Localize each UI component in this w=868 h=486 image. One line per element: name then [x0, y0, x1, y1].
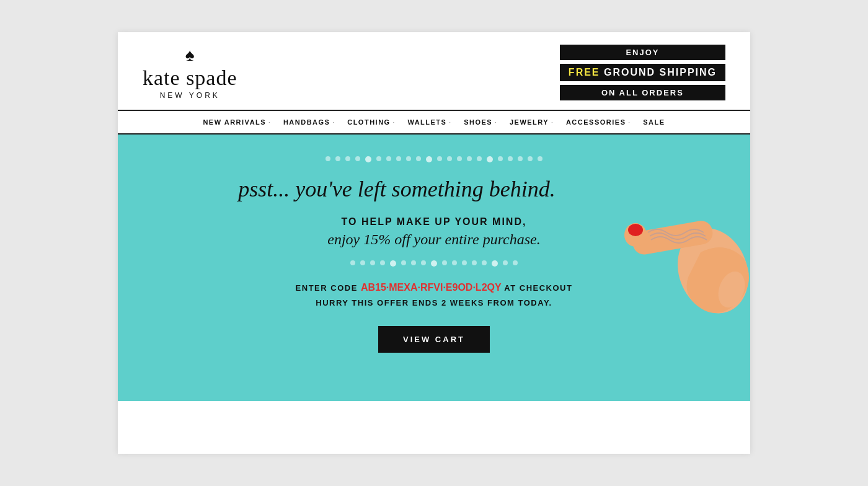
svg-point-3: [628, 224, 643, 236]
nav-new-arrivals[interactable]: NEW ARRIVALS ·: [197, 118, 277, 126]
nav-dot: ·: [332, 120, 335, 125]
main-content: psst... you've left something behind. TO…: [118, 135, 750, 401]
header: ♠ kate spade NEW YORK ENJOY FREE GROUND …: [118, 32, 750, 111]
promo-line1: ENJOY: [560, 45, 725, 60]
code-suffix: AT CHECKOUT: [502, 283, 573, 293]
nav-dot: ·: [495, 120, 497, 125]
nav-accessories[interactable]: ACCESSORIES ·: [560, 118, 637, 126]
nav-jewelry[interactable]: JEWELRY ·: [503, 118, 560, 126]
nav-dot: ·: [393, 120, 396, 125]
email-container: ♠ kate spade NEW YORK ENJOY FREE GROUND …: [118, 32, 750, 454]
promo-banner: ENJOY FREE GROUND SHIPPING ON ALL ORDERS: [560, 45, 725, 100]
code-prefix: ENTER CODE: [296, 283, 361, 293]
code-value: AB15·MEXA·RFVI·E9OD·L2QY: [361, 282, 502, 293]
hand-svg: [614, 159, 750, 320]
nav-dot: ·: [449, 120, 451, 125]
nav-clothing[interactable]: CLOTHING ·: [341, 118, 401, 126]
nav-sale[interactable]: SALE: [637, 118, 671, 126]
brand-subtitle: NEW YORK: [160, 91, 220, 100]
navigation: NEW ARRIVALS · HANDBAGS · CLOTHING · WAL…: [118, 111, 750, 135]
hand-illustration: [614, 159, 750, 320]
nav-dot: ·: [629, 120, 631, 125]
promo-free: FREE: [569, 67, 600, 77]
promo-stack: ENJOY FREE GROUND SHIPPING ON ALL ORDERS: [560, 45, 725, 100]
spade-icon: ♠: [185, 45, 195, 65]
nav-dot: ·: [268, 120, 271, 125]
promo-line2: FREE GROUND SHIPPING: [560, 64, 725, 81]
logo-area: ♠ kate spade NEW YORK: [143, 45, 237, 100]
nav-shoes[interactable]: SHOES ·: [458, 118, 503, 126]
promo-line3: ON ALL ORDERS: [560, 85, 725, 100]
view-cart-button[interactable]: VIEW CART: [378, 326, 490, 353]
nav-wallets[interactable]: WALLETS ·: [401, 118, 458, 126]
nav-handbags[interactable]: HANDBAGS ·: [277, 118, 341, 126]
nav-dot: ·: [551, 120, 554, 125]
promo-line2-rest: GROUND SHIPPING: [600, 67, 717, 77]
brand-name: kate spade: [143, 68, 237, 89]
